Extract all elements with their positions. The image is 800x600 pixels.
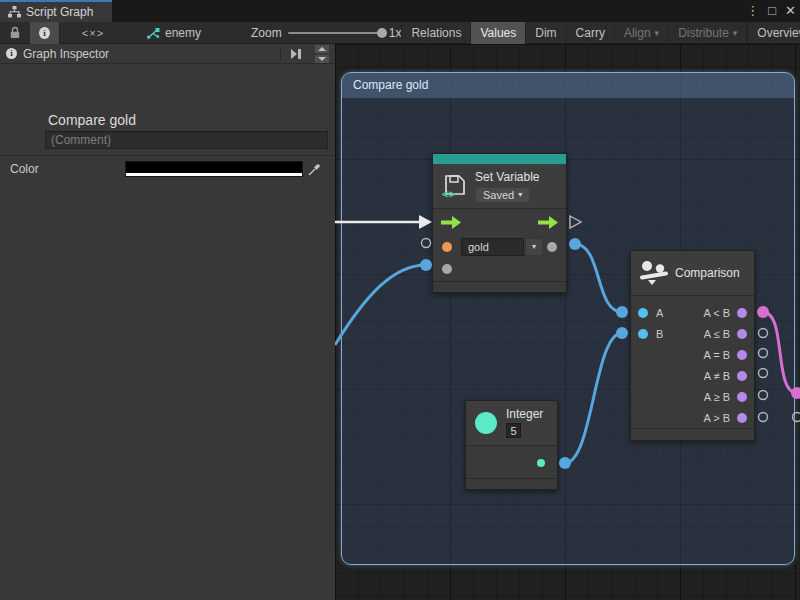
- value-input-port[interactable]: [442, 264, 452, 274]
- output-label: A ≤ B: [704, 328, 730, 340]
- inspector-toggle-button[interactable]: i: [30, 22, 60, 44]
- tab-label: Script Graph: [26, 5, 93, 19]
- node-title: Integer: [506, 407, 543, 421]
- value-input-row: [433, 259, 566, 281]
- chevron-down-icon: ▾: [655, 28, 660, 38]
- input-label-b: B: [656, 328, 663, 340]
- graph-reference-button[interactable]: enemy: [136, 26, 211, 40]
- toolbar-button-carry[interactable]: Carry: [567, 22, 615, 44]
- input-port-b[interactable]: [638, 329, 648, 339]
- comparison-icon: [640, 260, 668, 286]
- integer-output-port[interactable]: [537, 459, 545, 467]
- output-label: A = B: [703, 349, 730, 361]
- graph-name-label: Compare gold: [48, 112, 136, 128]
- output-port-a-eq-b[interactable]: [737, 350, 747, 360]
- comment-input[interactable]: [45, 131, 328, 149]
- zoom-label: Zoom: [251, 26, 282, 40]
- graph-reference-label: enemy: [165, 26, 201, 40]
- toolbar-button-dim[interactable]: Dim: [526, 22, 566, 44]
- graph-inspector-title: Graph Inspector: [23, 47, 274, 61]
- stepper-down-button[interactable]: [315, 55, 329, 63]
- zoom-value: 1x: [389, 26, 402, 40]
- info-icon: i: [39, 27, 50, 39]
- color-field-label: Color: [10, 162, 39, 176]
- graph-pointer-icon: [146, 27, 160, 39]
- button-label: Relations: [411, 26, 461, 40]
- button-label: Distribute: [678, 26, 729, 40]
- button-label: Dim: [535, 26, 556, 40]
- flow-out-port[interactable]: [538, 216, 558, 229]
- dock-panel-icon[interactable]: [287, 49, 305, 59]
- code-preview-button[interactable]: <×>: [78, 22, 108, 44]
- comparison-header: Comparison: [631, 251, 754, 296]
- output-port-a-gte-b[interactable]: [737, 392, 747, 402]
- input-port-a[interactable]: [638, 308, 648, 318]
- value-output-port[interactable]: [547, 242, 557, 252]
- name-input-port[interactable]: [442, 242, 452, 252]
- svg-text:<>: <>: [442, 188, 455, 199]
- toolbar-button-distribute[interactable]: Distribute ▾: [669, 22, 747, 44]
- maximize-icon[interactable]: □: [768, 0, 776, 22]
- integer-value-field[interactable]: 5: [506, 423, 521, 438]
- code-icon: <×>: [82, 27, 104, 39]
- integer-icon: [475, 412, 497, 434]
- toolbar-button-values[interactable]: Values: [471, 22, 526, 44]
- node-footer: [631, 428, 754, 439]
- save-variable-icon: <>: [442, 173, 468, 199]
- lock-button[interactable]: [0, 22, 30, 44]
- node-title: Set Variable: [475, 170, 539, 184]
- button-label: Values: [480, 26, 516, 40]
- alpha-bar: [126, 173, 302, 176]
- graph-toolbar: i <×> enemy Zoom 1x: [0, 22, 800, 44]
- output-label: A < B: [703, 307, 730, 319]
- close-icon[interactable]: ✕: [785, 0, 796, 22]
- variable-name-dropdown[interactable]: gold: [461, 238, 524, 256]
- node-footer: [466, 478, 557, 489]
- zoom-slider-knob[interactable]: [377, 28, 387, 38]
- node-comparison[interactable]: Comparison A A < B B: [630, 250, 755, 441]
- node-integer[interactable]: Integer 5: [465, 400, 558, 490]
- integer-output-row: [466, 446, 557, 478]
- toolbar-button-align[interactable]: Align ▾: [615, 22, 669, 44]
- variable-name-row: gold ▾: [433, 236, 566, 259]
- graph-inspector-panel: i Graph Inspector Compare gold Color: [0, 44, 335, 600]
- input-label-a: A: [656, 307, 663, 319]
- comparison-ports: A A < B B A ≤ B: [631, 296, 754, 428]
- chevron-down-icon: ▾: [532, 242, 536, 251]
- node-accent-bar: [433, 154, 566, 164]
- toolbar-button-relations[interactable]: Relations: [401, 22, 471, 44]
- color-swatch[interactable]: [125, 161, 303, 177]
- integer-header: Integer 5: [466, 401, 557, 446]
- toolbar-left-group: i <×> enemy Zoom 1x: [0, 22, 401, 43]
- variable-kind-label: Saved: [483, 189, 514, 201]
- graph-canvas[interactable]: Compare gold <> Set Variable Saved ▾: [335, 44, 800, 600]
- output-port-a-gt-b[interactable]: [737, 413, 747, 423]
- button-label: Carry: [576, 26, 605, 40]
- lock-icon: [9, 26, 21, 39]
- button-label: Overview: [757, 26, 800, 40]
- output-port-a-lte-b[interactable]: [737, 329, 747, 339]
- tab-script-graph[interactable]: Script Graph: [0, 0, 112, 22]
- window-menu-icon[interactable]: ⋮: [746, 0, 759, 22]
- divider: [280, 47, 281, 61]
- eyedropper-icon: [308, 163, 321, 176]
- info-icon: i: [6, 48, 17, 59]
- window-controls: ⋮ □ ✕: [746, 0, 796, 22]
- variable-name-caret-button[interactable]: ▾: [525, 238, 543, 256]
- script-graph-icon: [8, 6, 21, 18]
- stepper-up-button[interactable]: [315, 45, 329, 53]
- zoom-slider[interactable]: [288, 32, 383, 34]
- toolbar-button-overview[interactable]: Overview: [748, 22, 800, 44]
- flow-in-port[interactable]: [441, 216, 461, 229]
- chevron-down-icon: ▾: [733, 28, 738, 38]
- output-port-a-neq-b[interactable]: [737, 371, 747, 381]
- node-set-variable[interactable]: <> Set Variable Saved ▾: [432, 153, 567, 293]
- chevron-down-icon: ▾: [518, 190, 522, 199]
- set-variable-header: <> Set Variable Saved ▾: [433, 164, 566, 209]
- node-title: Comparison: [675, 266, 740, 280]
- panel-stepper: [315, 45, 329, 63]
- output-port-a-lt-b[interactable]: [737, 308, 747, 318]
- eyedropper-button[interactable]: [306, 161, 323, 177]
- group-header[interactable]: Compare gold: [342, 73, 794, 98]
- variable-kind-dropdown[interactable]: Saved ▾: [475, 187, 530, 203]
